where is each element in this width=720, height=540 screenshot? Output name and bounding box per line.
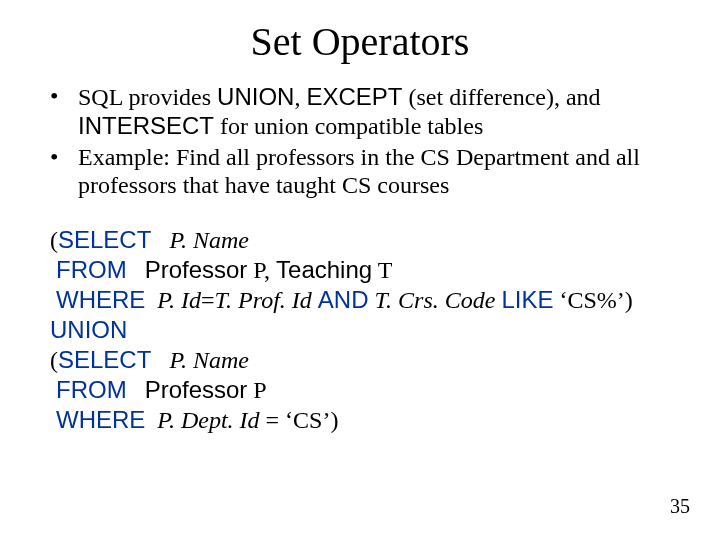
text: P bbox=[247, 377, 266, 403]
keyword-and: AND bbox=[318, 286, 369, 313]
sql-line-2: FROM Professor P, Teaching T bbox=[50, 255, 690, 285]
text bbox=[127, 377, 145, 403]
keyword-from: FROM bbox=[56, 376, 127, 403]
text: = bbox=[201, 287, 215, 313]
expr: P. Dept. Id bbox=[157, 407, 259, 433]
table-professor: Professor bbox=[145, 376, 248, 403]
text: (set difference), and bbox=[402, 84, 600, 110]
sql-line-4: UNION bbox=[50, 315, 690, 345]
keyword-from: FROM bbox=[56, 256, 127, 283]
text bbox=[151, 347, 169, 373]
slide-title: Set Operators bbox=[0, 0, 720, 65]
keyword-select: SELECT bbox=[58, 346, 151, 373]
text: ( bbox=[50, 227, 58, 253]
text: = ‘CS’) bbox=[260, 407, 339, 433]
sql-line-1: (SELECT P. Name bbox=[50, 225, 690, 255]
text: for union compatible tables bbox=[214, 113, 483, 139]
text bbox=[151, 227, 169, 253]
keyword-where: WHERE bbox=[56, 286, 145, 313]
text: ( bbox=[50, 347, 58, 373]
table-teaching: Teaching bbox=[276, 256, 372, 283]
text bbox=[145, 287, 157, 313]
bullet-item-2: Example: Find all professors in the CS D… bbox=[68, 144, 690, 199]
expr: P. Name bbox=[169, 227, 249, 253]
expr: T. Prof. Id bbox=[214, 287, 311, 313]
text: SQL provides bbox=[78, 84, 217, 110]
sql-line-6: FROM Professor P bbox=[50, 375, 690, 405]
expr: P. Id bbox=[157, 287, 201, 313]
sql-line-5: (SELECT P. Name bbox=[50, 345, 690, 375]
keyword-select: SELECT bbox=[58, 226, 151, 253]
keyword-intersect: INTERSECT bbox=[78, 112, 214, 139]
expr: T. Crs. Code bbox=[374, 287, 495, 313]
text: ‘CS%’) bbox=[553, 287, 632, 313]
bullet-item-1: SQL provides UNION, EXCEPT (set differen… bbox=[68, 83, 690, 140]
expr: P. Name bbox=[169, 347, 249, 373]
text bbox=[145, 407, 157, 433]
text bbox=[127, 257, 145, 283]
text: P, bbox=[247, 257, 276, 283]
slide: Set Operators SQL provides UNION, EXCEPT… bbox=[0, 0, 720, 540]
keyword-union: UNION bbox=[50, 316, 127, 343]
sql-block: (SELECT P. Name FROM Professor P, Teachi… bbox=[0, 203, 720, 435]
table-professor: Professor bbox=[145, 256, 248, 283]
keyword-like: LIKE bbox=[501, 286, 553, 313]
text: T bbox=[372, 257, 392, 283]
page-number: 35 bbox=[670, 495, 690, 518]
sql-line-7: WHERE P. Dept. Id = ‘CS’) bbox=[50, 405, 690, 435]
text: , bbox=[294, 84, 306, 110]
sql-line-3: WHERE P. Id=T. Prof. Id AND T. Crs. Code… bbox=[50, 285, 690, 315]
bullet-list: SQL provides UNION, EXCEPT (set differen… bbox=[0, 65, 720, 199]
keyword-union: UNION bbox=[217, 83, 294, 110]
keyword-except: EXCEPT bbox=[306, 83, 402, 110]
keyword-where: WHERE bbox=[56, 406, 145, 433]
